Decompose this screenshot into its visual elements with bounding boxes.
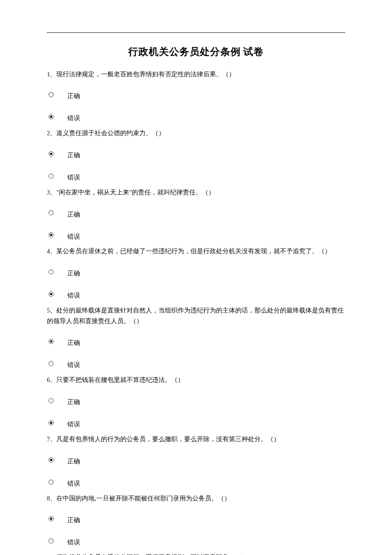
option-row-correct: 正确 [47,143,345,165]
option-row-wrong: 错误 [47,106,345,128]
question-text: 3、"闲在家中坐，祸从天上来"的责任，就叫纪律责任。（） [47,187,345,198]
radio-wrong[interactable] [49,232,54,237]
option-label-correct: 正确 [67,147,80,160]
top-divider [47,32,345,33]
option-label-correct: 正确 [67,454,80,466]
option-row-correct: 正确 [47,261,345,283]
option-label-correct: 正确 [67,394,80,407]
question-text: 8、在中国的内地,一旦被开除不能被任何部门录用为公务员。（） [47,493,345,504]
option-row-wrong: 错误 [47,224,345,246]
option-row-correct: 正确 [47,390,345,412]
option-label-wrong: 错误 [67,110,80,123]
option-label-wrong: 错误 [67,170,80,182]
radio-wrong[interactable] [49,292,54,297]
option-row-wrong: 错误 [47,412,345,434]
option-row-wrong: 错误 [47,471,345,493]
option-row-wrong: 错误 [47,283,345,305]
radio-wrong[interactable] [49,538,54,543]
radio-correct[interactable] [49,92,54,97]
question-text: 4、某公务员在退休之前，已经做了一些违纪行为，但是行政处分机关没有发现，就不予追… [47,246,345,257]
radio-correct[interactable] [49,457,54,462]
questions-container: 1、现行法律规定，一般老百姓包养情妇有否定性的法律后果。（）正确错误2、道义责任… [47,69,345,555]
question-text: 7、凡是有包养情人的行为的公务员，要么撤职，要么开除，没有第三种处分。（） [47,434,345,445]
option-row-correct: 正确 [47,202,345,224]
option-label-wrong: 错误 [67,416,80,429]
option-row-correct: 正确 [47,449,345,471]
option-label-wrong: 错误 [67,357,80,370]
radio-correct[interactable] [49,516,54,521]
option-label-correct: 正确 [67,207,80,220]
option-label-wrong: 错误 [67,535,80,547]
option-row-wrong: 错误 [47,530,345,552]
option-label-correct: 正确 [67,512,80,525]
option-row-correct: 正确 [47,84,345,106]
question-text: 2、道义责任源于社会公德的约束力。（） [47,128,345,139]
radio-correct[interactable] [49,339,54,344]
radio-correct[interactable] [49,210,54,215]
option-row-wrong: 错误 [47,165,345,187]
question-text: 6、只要不把钱装在腰包里就不算违纪违法。（） [47,375,345,385]
question-text: 1、现行法律规定，一般老百姓包养情妇有否定性的法律后果。（） [47,69,345,80]
radio-correct[interactable] [49,398,54,403]
option-label-correct: 正确 [67,88,80,101]
option-row-wrong: 错误 [47,353,345,375]
option-row-correct: 正确 [47,508,345,530]
radio-wrong[interactable] [49,480,54,485]
radio-wrong[interactable] [49,173,54,179]
radio-wrong[interactable] [49,420,54,425]
question-text: 9、行政机关公务员在受处分期间，不得晋升级别，可以晋升职务。（） [47,552,345,555]
option-row-correct: 正确 [47,330,345,353]
option-label-wrong: 错误 [67,288,80,301]
option-label-wrong: 错误 [67,229,80,242]
radio-wrong[interactable] [49,361,54,366]
radio-wrong[interactable] [49,114,54,119]
radio-correct[interactable] [49,269,54,275]
page-title: 行政机关公务员处分条例 试卷 [47,45,345,60]
option-label-correct: 正确 [67,335,80,348]
question-text: 5、处分的最终载体是直接针对自然人，当组织作为违纪行为的主体的话，那么处分的最终… [47,305,345,326]
option-label-wrong: 错误 [67,476,80,489]
radio-correct[interactable] [49,151,54,156]
option-label-correct: 正确 [67,266,80,278]
